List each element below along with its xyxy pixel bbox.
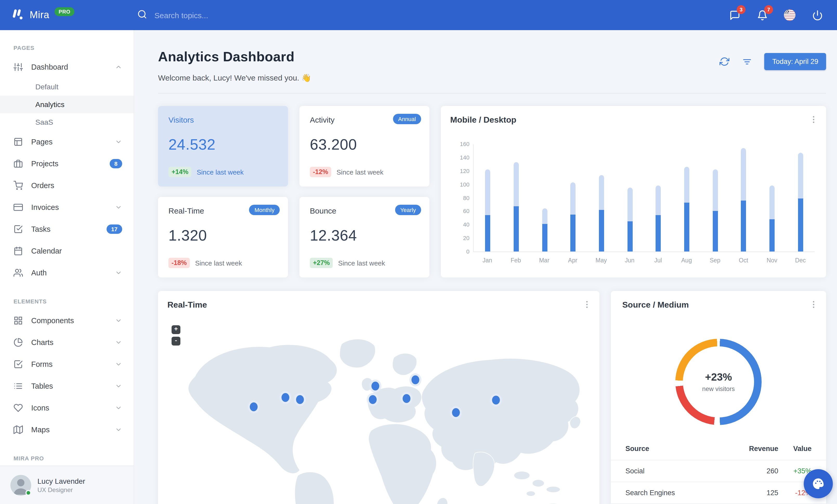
users-icon	[14, 268, 23, 278]
kebab-icon	[809, 115, 818, 124]
check-square-icon	[14, 359, 23, 369]
filter-button[interactable]	[742, 56, 753, 67]
sidebar-item-tasks[interactable]: Tasks17	[0, 218, 133, 240]
chart-menu-button[interactable]	[807, 113, 820, 126]
date-button[interactable]: Today: April 29	[765, 53, 826, 70]
map-zoom-in-button[interactable]: +	[172, 325, 180, 334]
search-input[interactable]	[155, 11, 289, 19]
map-marker[interactable]	[371, 381, 379, 390]
x-axis-label-nov: Nov	[758, 257, 786, 263]
bar-jun[interactable]	[616, 145, 644, 251]
sidebar-item-tables[interactable]: Tables	[0, 375, 133, 397]
palette-icon	[812, 477, 825, 490]
stat-period-pill[interactable]: Annual	[393, 114, 421, 124]
stat-card-real-time: Real-TimeMonthly1.320-18%Since last week	[158, 197, 288, 278]
donut-center-label: new visitors	[702, 385, 735, 393]
navbar-search[interactable]	[137, 9, 728, 21]
sidebar-item-projects[interactable]: Projects8	[0, 153, 133, 174]
bar-sep[interactable]	[701, 145, 729, 251]
sidebar-item-components[interactable]: Components	[0, 310, 133, 332]
bar-aug[interactable]	[673, 145, 701, 251]
map-menu-button[interactable]	[581, 298, 593, 311]
search-icon	[137, 9, 147, 21]
sidebar-item-dashboard[interactable]: Dashboard	[0, 56, 133, 78]
brand-name: Mira	[30, 10, 49, 21]
sidebar-item-label: Calendar	[31, 247, 122, 255]
sidebar-item-label: Tasks	[31, 225, 107, 233]
map-marker[interactable]	[250, 403, 257, 411]
online-status-dot	[25, 490, 31, 496]
bar-mobile-segment	[798, 199, 803, 251]
bar-nov[interactable]	[758, 145, 786, 251]
map-marker[interactable]	[452, 408, 460, 417]
us-flag-icon	[784, 10, 796, 21]
language-flag-button[interactable]	[783, 9, 796, 21]
sidebar-item-maps[interactable]: Maps	[0, 419, 133, 441]
x-axis-label-oct: Oct	[729, 257, 758, 263]
stat-note: Since last week	[336, 168, 384, 176]
sidebar-user[interactable]: Lucy Lavender UX Designer	[0, 466, 133, 504]
calendar-icon	[14, 246, 23, 256]
bar-jan[interactable]	[474, 145, 502, 251]
sidebar-subitem-saas[interactable]: SaaS	[0, 113, 133, 131]
map-marker[interactable]	[403, 394, 410, 403]
source-menu-button[interactable]	[807, 298, 820, 311]
theme-settings-button[interactable]	[804, 469, 833, 498]
bar-mar[interactable]	[531, 145, 559, 251]
sidebar-item-forms[interactable]: Forms	[0, 353, 133, 375]
bar-may[interactable]	[587, 145, 616, 251]
stat-delta-badge: -12%	[310, 167, 331, 177]
bar-dec[interactable]	[786, 145, 815, 251]
heart-icon	[14, 403, 23, 413]
bar-mobile-segment	[656, 215, 661, 251]
bar-mobile-segment	[712, 211, 718, 251]
y-axis-tick-label: 140	[452, 154, 469, 161]
bar-desktop-segment	[798, 153, 803, 251]
sidebar-subitem-default[interactable]: Default	[0, 78, 133, 96]
chevron-down-icon	[115, 426, 122, 433]
bar-feb[interactable]	[502, 145, 530, 251]
table-header-value: Value	[778, 438, 826, 460]
check-square-icon	[14, 224, 23, 234]
map-card-title: Real-Time	[167, 300, 590, 310]
sidebar-item-label: Orders	[31, 181, 122, 190]
x-axis-label-jan: Jan	[473, 257, 502, 263]
map-marker[interactable]	[411, 375, 419, 384]
donut-center: +23% new visitors	[683, 346, 754, 417]
messages-button[interactable]: 3	[728, 9, 741, 21]
sidebar-subitem-analytics[interactable]: Analytics	[0, 96, 133, 113]
bar-apr[interactable]	[559, 145, 587, 251]
bar-desktop-segment	[769, 186, 774, 251]
sidebar-item-label: Dashboard	[31, 63, 115, 71]
sidebar-item-label: Components	[31, 316, 115, 325]
map-marker[interactable]	[296, 395, 304, 404]
brand[interactable]: Mira PRO	[0, 7, 124, 23]
notifications-button[interactable]: 7	[756, 9, 768, 21]
bar-jul[interactable]	[644, 145, 673, 251]
chevron-down-icon	[115, 317, 122, 324]
sidebar-item-icons[interactable]: Icons	[0, 397, 133, 419]
bar-oct[interactable]	[729, 145, 758, 251]
layout-icon	[14, 137, 23, 147]
sidebar-item-invoices[interactable]: Invoices	[0, 197, 133, 218]
stat-delta-badge: -18%	[168, 258, 190, 268]
refresh-button[interactable]	[719, 56, 730, 67]
map-marker[interactable]	[282, 393, 289, 402]
sidebar-item-orders[interactable]: Orders	[0, 174, 133, 197]
map-zoom-out-button[interactable]: -	[172, 337, 180, 346]
map-marker[interactable]	[492, 396, 500, 405]
sidebar-item-pages[interactable]: Pages	[0, 131, 133, 153]
x-axis-label-jun: Jun	[616, 257, 644, 263]
chevron-down-icon	[115, 204, 122, 211]
sidebar-item-charts[interactable]: Charts	[0, 332, 133, 353]
stat-value: 1.320	[168, 227, 278, 244]
sidebar-item-auth[interactable]: Auth	[0, 262, 133, 284]
stat-period-pill[interactable]: Monthly	[249, 205, 280, 215]
sidebar-item-calendar[interactable]: Calendar	[0, 240, 133, 262]
stat-period-pill[interactable]: Yearly	[395, 205, 421, 215]
table-row-social: Social260+35%	[611, 460, 826, 482]
map-marker[interactable]	[369, 395, 377, 404]
logout-button[interactable]	[811, 9, 823, 21]
source-medium-table: Source Revenue Value Social260+35%Search…	[611, 438, 826, 504]
refresh-icon	[719, 57, 729, 67]
